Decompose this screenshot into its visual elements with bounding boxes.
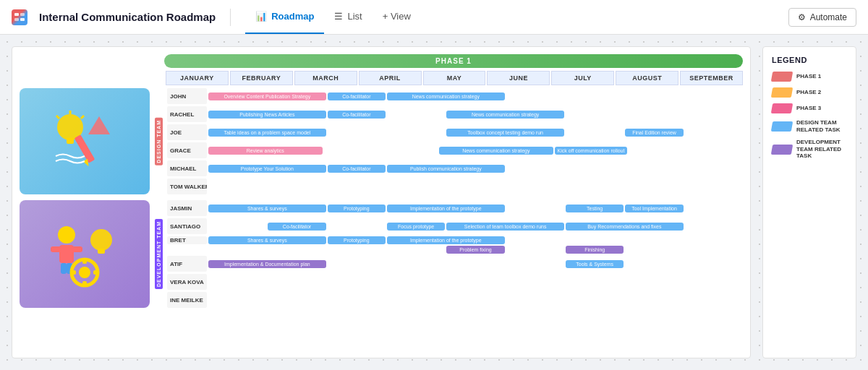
legend-item-phase1: PHASE 1: [772, 72, 847, 82]
row-label-bret: BRET: [167, 236, 207, 244]
app-title: Internal Communication Roadmap: [39, 11, 216, 23]
svg-rect-1: [20, 13, 25, 16]
legend-label-phase2: PHASE 2: [796, 89, 821, 96]
month-jun: JUNE: [487, 71, 550, 85]
bret-task5: Finishing: [566, 246, 624, 254]
legend-item-design: DESIGN TEAM RELATED TASK: [772, 119, 847, 133]
bret-task4: Problem fixing: [446, 246, 504, 254]
michael-task1: Prototype Your Solution: [208, 160, 326, 176]
atif-task1: Implementation & Documentation plan: [208, 256, 326, 272]
svg-rect-23: [82, 281, 87, 287]
header-right: ⚙ Automate: [788, 8, 856, 27]
table-row: RACHEL Publishing News Articles Co-facil…: [167, 106, 743, 122]
legend-shape-design: [771, 121, 793, 132]
row-label-vera: VERA KOVA: [167, 274, 207, 290]
atif-task2: Tools & Systems: [566, 256, 624, 272]
row-label-tom: TOM WALKER: [167, 178, 207, 194]
santiago-task2: Focus prototype: [387, 218, 445, 234]
dev-section: DEVELOPMENT TEAM JASMIN Shares & surveys…: [20, 200, 743, 308]
main-content: PHASE 1 JANUARY FEBRUARY MARCH APRIL MAY…: [0, 35, 868, 370]
john-task1: Overview Content Publication Strategy: [208, 88, 326, 104]
legend-title: LEGEND: [772, 56, 847, 64]
month-jul: JULY: [551, 71, 614, 85]
legend-label-dev: DEVELOPMENT TEAM RELATED TASK: [796, 139, 847, 160]
table-row: JASMIN Shares & surveys Prototyping Impl…: [167, 200, 743, 216]
legend-label-phase3: PHASE 3: [796, 105, 821, 112]
joe-task2: Toolbox concept testing demo run: [446, 124, 564, 140]
legend-label-design: DESIGN TEAM RELATED TASK: [796, 119, 847, 133]
table-row: SANTIAGO Co-facilitator Focus prototype …: [167, 218, 743, 234]
bret-task2: Prototyping: [328, 236, 386, 244]
santiago-task1: Co-facilitator: [268, 218, 326, 234]
app-icon: [12, 9, 27, 25]
dev-rows: JASMIN Shares & surveys Prototyping Impl…: [167, 200, 743, 308]
table-row: JOHN Overview Content Publication Strate…: [167, 88, 743, 104]
row-label-grace: GRACE: [167, 142, 207, 158]
row-label-michael: MICHAEL: [167, 160, 207, 176]
john-task3: News communication strategy: [387, 88, 505, 104]
roadmap-tab-icon: 📊: [255, 11, 267, 22]
row-label-atif: ATIF: [167, 256, 207, 272]
svg-rect-9: [75, 134, 95, 163]
automate-button[interactable]: ⚙ Automate: [788, 8, 856, 27]
month-aug: AUGUST: [616, 71, 678, 85]
table-row: MICHAEL Prototype Your Solution Co-facil…: [167, 160, 743, 176]
legend-item-phase3: PHASE 3: [772, 103, 847, 113]
rachel-task2: Co-facilitator: [328, 106, 386, 122]
svg-point-12: [58, 226, 75, 244]
bret-task3: Implementation of the prototype: [387, 236, 505, 244]
legend-shape-phase2: [771, 87, 793, 98]
svg-line-8: [81, 116, 84, 119]
dev-vert-label: DEVELOPMENT TEAM: [153, 200, 164, 308]
design-section: DESIGN TEAM JOHN Overview Content Public…: [20, 88, 743, 194]
tab-list[interactable]: ☰ List: [324, 0, 372, 34]
svg-rect-2: [14, 18, 19, 21]
tab-view[interactable]: + View: [373, 0, 421, 34]
month-header-empty: [20, 71, 164, 85]
rachel-task1: Publishing News Articles: [208, 106, 326, 122]
month-mar: MARCH: [294, 71, 357, 85]
phase-banner: PHASE 1: [164, 54, 743, 68]
legend-label-phase1: PHASE 1: [796, 73, 821, 80]
joe-task3: Final Edition review: [625, 124, 683, 140]
list-tab-icon: ☰: [334, 11, 343, 22]
jasmin-task2: Prototyping: [328, 200, 386, 216]
roadmap-tab-label: Roadmap: [271, 11, 314, 22]
row-label-rachel: RACHEL: [167, 106, 207, 122]
svg-rect-15: [72, 246, 82, 252]
svg-rect-5: [67, 138, 74, 144]
grace-task1: Review analytics: [208, 142, 323, 158]
month-headers: JANUARY FEBRUARY MARCH APRIL MAY JUNE JU…: [20, 71, 743, 85]
michael-task2: Co-facilitator: [328, 160, 386, 176]
grace-task2: News communication strategy: [439, 142, 553, 158]
dev-illustration: [45, 215, 124, 294]
svg-point-21: [79, 267, 90, 278]
month-jan: JANUARY: [166, 71, 229, 85]
rachel-task3: News communication strategy: [446, 106, 564, 122]
legend-item-phase2: PHASE 2: [772, 87, 847, 98]
design-vert-label: DESIGN TEAM: [153, 88, 164, 194]
top-bar: Internal Communication Roadmap 📊 Roadmap…: [0, 0, 868, 35]
tab-nav: 📊 Roadmap ☰ List + View: [245, 0, 421, 34]
roadmap-area[interactable]: PHASE 1 JANUARY FEBRUARY MARCH APRIL MAY…: [12, 46, 751, 358]
automate-icon: ⚙: [798, 12, 806, 22]
app-wrapper: Internal Communication Roadmap 📊 Roadmap…: [0, 0, 868, 370]
santiago-task3: Selection of team toolbox demo runs: [446, 218, 564, 234]
legend-shape-phase3: [771, 103, 793, 113]
santiago-task4: Buy Recommendations and fixes: [566, 218, 684, 234]
svg-point-18: [90, 229, 112, 251]
month-apr: APRIL: [359, 71, 422, 85]
table-row: GRACE Review analytics News communicatio…: [167, 142, 743, 158]
roadmap-inner: PHASE 1 JANUARY FEBRUARY MARCH APRIL MAY…: [12, 47, 750, 315]
table-row: TOM WALKER: [167, 178, 743, 194]
design-section-image: [20, 88, 150, 194]
john-task2: Co-facilitator: [328, 88, 386, 104]
table-row: ATIF Implementation & Documentation plan…: [167, 256, 743, 272]
legend-shape-phase1: [771, 72, 793, 82]
svg-rect-25: [93, 270, 99, 275]
svg-rect-19: [98, 249, 105, 254]
tab-roadmap[interactable]: 📊 Roadmap: [245, 0, 324, 34]
dev-section-image: [20, 200, 150, 308]
svg-rect-22: [82, 258, 87, 264]
design-illustration: [45, 102, 124, 181]
